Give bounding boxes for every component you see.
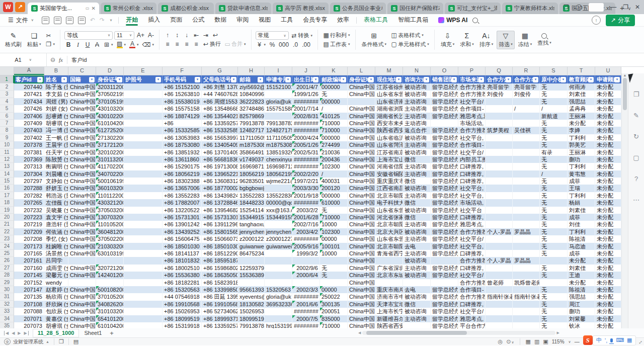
fill[interactable]: ⇩填充▾ [439, 31, 457, 49]
cell[interactable]: 雅思考点, [458, 315, 486, 322]
cell[interactable]: 社交平台 [458, 207, 486, 214]
cell[interactable]: 王一帆 (男 [44, 134, 68, 141]
cell[interactable]: 口碑推荐, [458, 301, 486, 308]
cell[interactable]: China中国 [68, 235, 96, 242]
bold[interactable]: B [64, 41, 72, 48]
cell[interactable]: 口碑推荐, [458, 214, 486, 221]
cell[interactable]: 962835011 [238, 178, 265, 185]
cell[interactable]: 无 [540, 235, 568, 242]
table-style[interactable]: ◫表格样式▾ [390, 32, 425, 39]
cell[interactable] [486, 149, 513, 156]
cell[interactable]: 周煜 (男) [44, 98, 68, 105]
justify[interactable]: ≡ [192, 41, 200, 48]
cell[interactable]: 799138782 [238, 120, 265, 127]
cell[interactable]: 社交平台, [458, 243, 486, 250]
cell[interactable]: 刘素佳 [568, 91, 595, 98]
cell[interactable] [124, 113, 163, 120]
filter-button[interactable]: ▼ [424, 77, 429, 82]
row-header-32[interactable]: 32 [0, 301, 14, 308]
cell[interactable]: 留学总经办 [431, 185, 458, 192]
vertical-scroll-thumb[interactable] [623, 78, 627, 110]
cell[interactable] [403, 279, 431, 286]
cell[interactable]: 630103199903020823 [96, 250, 124, 257]
cell[interactable]: 无 [540, 192, 568, 199]
cell[interactable]: 留学总经办 [431, 315, 458, 322]
column-header-S[interactable]: S [540, 67, 568, 75]
cell[interactable]: China中国 [348, 272, 375, 279]
cell[interactable]: 207232 [14, 207, 44, 214]
row-header-11[interactable]: 11 [0, 149, 14, 156]
filter-button[interactable]: ▼ [258, 77, 263, 82]
cell[interactable]: 刘俊伶 [486, 91, 513, 98]
cell[interactable] [124, 243, 163, 250]
cell[interactable]: 指南针张老 [486, 293, 513, 300]
row-header-10[interactable]: 10 [0, 141, 14, 148]
cell[interactable]: 雅思考点,雅 [458, 113, 486, 120]
cell[interactable]: 00000 [320, 286, 348, 293]
cell[interactable]: +86 田延 1395 [202, 293, 238, 300]
minimize-button[interactable]: — [610, 4, 616, 11]
cell[interactable]: China中国 [348, 293, 375, 300]
cell[interactable]: 未分配 [595, 265, 621, 272]
cell[interactable]: 未分配 [595, 199, 621, 206]
column-header-K[interactable]: K [320, 67, 348, 75]
cell[interactable]: 612725200110100019 [96, 127, 124, 134]
cell[interactable]: 湖南省浏阳 [375, 105, 403, 112]
cell[interactable]: 无 [540, 250, 568, 257]
cell[interactable]: 110112200109181419 [96, 192, 124, 199]
cell[interactable]: China中国 [348, 235, 375, 242]
cell[interactable]: +86 56681836 [202, 156, 238, 163]
column-header-J[interactable]: J [292, 67, 320, 75]
cell[interactable]: 000000 [320, 134, 348, 141]
cell[interactable]: 去电 [403, 286, 431, 293]
cell[interactable]: 留学总经办 [431, 221, 458, 228]
cell[interactable]: +86 13439252 [163, 228, 202, 235]
header-cell-H[interactable]: 邮箱▼ [238, 75, 265, 83]
freeze[interactable]: ▦冻结▾ [516, 31, 534, 49]
cell[interactable]: 合作方推荐 [458, 228, 486, 235]
cell[interactable] [265, 250, 292, 257]
cell[interactable]: 207265 [14, 199, 44, 206]
align-left[interactable]: ≡ [164, 41, 172, 48]
cell[interactable]: 无 [540, 83, 568, 91]
cell[interactable]: 北京市朝阳 [375, 192, 403, 199]
cell[interactable]: 362228235 [238, 98, 265, 105]
cell[interactable]: China中国 [68, 91, 96, 98]
cell[interactable]: 184482332 [238, 199, 265, 206]
cell[interactable]: 河北省张家 [375, 214, 403, 221]
cell[interactable]: 留学总经办 [431, 134, 458, 141]
plugin-label[interactable]: 业财管理系统 [13, 338, 43, 345]
cell[interactable]: ######## [292, 293, 320, 300]
cell[interactable]: 无 [540, 91, 568, 98]
cell[interactable]: 北京市朝阳 [375, 221, 403, 228]
cell[interactable]: 山东省济南 [375, 98, 403, 105]
cell[interactable]: +86 1991056800 [202, 301, 238, 308]
cell[interactable]: China中国 [348, 221, 375, 228]
cell[interactable]: +86 1580156591 [202, 228, 238, 235]
cell[interactable]: 2001/6/28 [292, 214, 320, 221]
preview-icon[interactable] [66, 17, 73, 24]
cell[interactable]: 无 [540, 207, 568, 214]
rows-columns[interactable]: ▦行和列▾ [322, 32, 351, 39]
cell[interactable]: 留学总经办 [431, 98, 458, 105]
cell[interactable]: 被动咨询 [403, 228, 431, 235]
cell[interactable]: 未分配 [595, 192, 621, 199]
cell[interactable]: ######## [292, 308, 320, 315]
cell[interactable]: China中国 [68, 192, 96, 199]
cell[interactable]: 无 [540, 120, 568, 127]
column-header-H[interactable]: H [238, 67, 265, 75]
cell[interactable]: 411702200312270822 [96, 163, 124, 170]
menu-item[interactable]: 视图 [254, 14, 276, 26]
cell[interactable]: +86 1360831276 [202, 178, 238, 185]
cell[interactable]: 300135 [320, 301, 348, 308]
cell[interactable]: 无 [540, 272, 568, 279]
conditional-format[interactable]: ⊞条件格式▾ [360, 31, 389, 49]
cell[interactable]: 留学总经办 [431, 272, 458, 279]
cell[interactable]: 成雨雯 (女 [44, 265, 68, 272]
cell[interactable] [486, 141, 513, 148]
cell[interactable] [124, 134, 163, 141]
cell[interactable]: 未分配 [595, 178, 621, 185]
cell[interactable]: 微信 [403, 301, 431, 308]
cell[interactable] [486, 308, 513, 315]
cell[interactable]: 平台合作方 [458, 322, 486, 328]
